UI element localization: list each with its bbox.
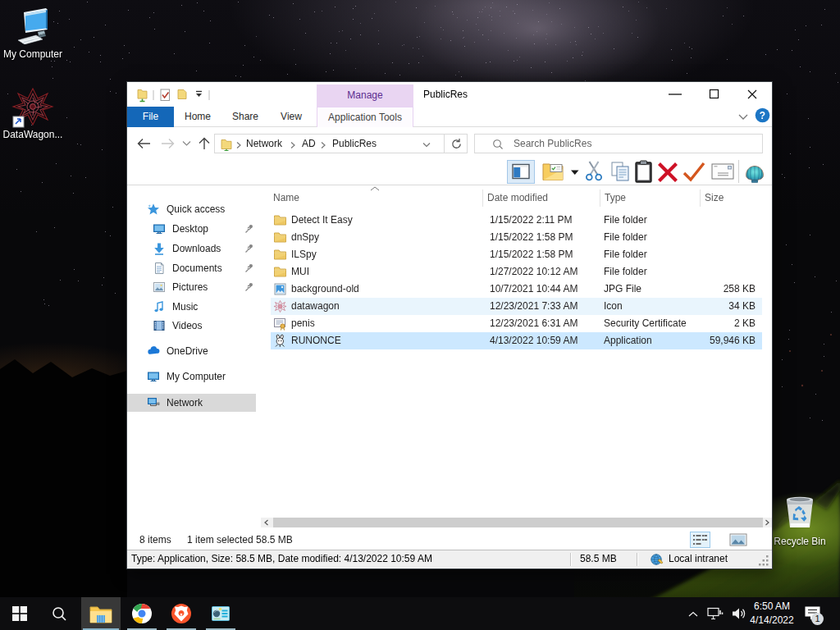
- svg-text:?: ?: [760, 110, 765, 121]
